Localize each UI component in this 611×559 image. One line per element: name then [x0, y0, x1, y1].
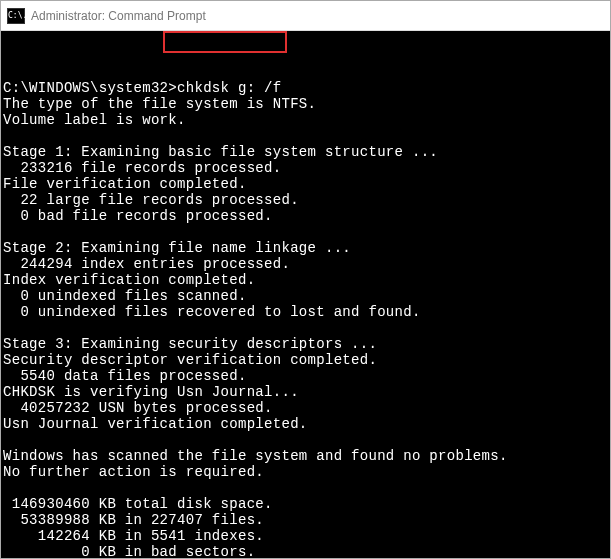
titlebar[interactable]: C:\. Administrator: Command Prompt [1, 1, 610, 31]
command-prompt-window: C:\. Administrator: Command Prompt C:\WI… [0, 0, 611, 559]
app-icon: C:\. [7, 8, 25, 24]
prompt-line: C:\WINDOWS\system32>chkdsk g: /f [3, 80, 608, 96]
terminal-output: The type of the file system is NTFS. Vol… [3, 96, 508, 558]
prompt-text: C:\WINDOWS\system32> [3, 80, 177, 96]
typed-command: chkdsk g: /f [177, 80, 281, 96]
window-title: Administrator: Command Prompt [31, 9, 206, 23]
terminal-area[interactable]: C:\WINDOWS\system32>chkdsk g: /fThe type… [1, 31, 610, 558]
command-highlight-box [163, 31, 287, 53]
